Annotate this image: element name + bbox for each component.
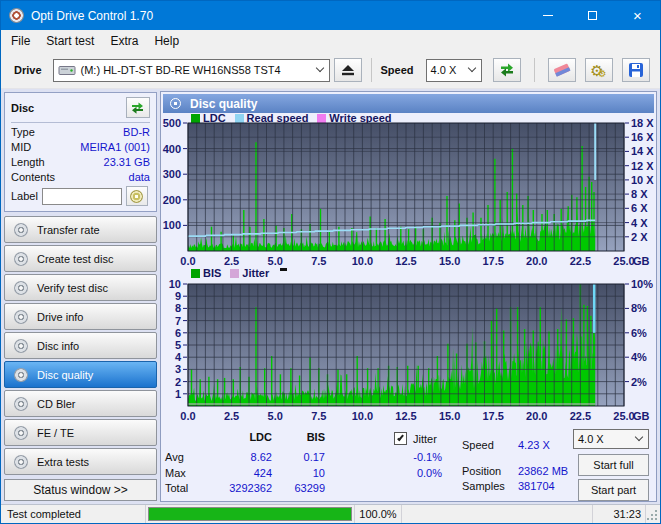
maximize-icon xyxy=(588,11,597,20)
sidebar-item-disc-quality[interactable]: Disc quality xyxy=(4,361,157,388)
disc-icon xyxy=(14,426,28,440)
jitter-checkbox[interactable] xyxy=(394,432,407,445)
samples-stat-label: Samples xyxy=(462,480,505,492)
svg-text:300: 300 xyxy=(163,168,181,180)
svg-text:25.0: 25.0 xyxy=(613,410,634,422)
close-button[interactable]: × xyxy=(615,1,660,30)
minimize-icon xyxy=(543,15,553,16)
svg-text:9: 9 xyxy=(175,290,181,302)
speed-select[interactable]: 4.0 X xyxy=(426,59,482,82)
sidebar-item-verify-test-disc[interactable]: Verify test disc xyxy=(4,274,157,301)
menu-file[interactable]: File xyxy=(1,30,38,52)
disc-contents-label: Contents xyxy=(11,171,55,183)
sidebar: Disc TypeBD-R MIDMEIRA1 (001) Length23.3… xyxy=(1,89,160,504)
svg-text:20.0: 20.0 xyxy=(526,255,547,267)
disc-icon xyxy=(14,455,28,469)
drive-icon xyxy=(58,64,76,76)
disc-label-label: Label xyxy=(11,190,38,202)
resize-grip[interactable] xyxy=(646,505,660,523)
save-button[interactable] xyxy=(622,58,650,82)
refresh-arrows-icon xyxy=(499,63,515,77)
menu-help[interactable]: Help xyxy=(146,30,187,52)
bis-swatch xyxy=(191,269,200,278)
svg-text:20.0: 20.0 xyxy=(526,410,547,422)
svg-text:15.0: 15.0 xyxy=(439,410,460,422)
sidebar-item-drive-info[interactable]: Drive info xyxy=(4,303,157,330)
jitter-legend-label: Jitter xyxy=(242,267,269,279)
start-full-button[interactable]: Start full xyxy=(578,454,649,476)
disc-length-label: Length xyxy=(11,156,45,168)
disc-type-value: BD-R xyxy=(123,126,150,138)
status-window-button[interactable]: Status window >> xyxy=(4,479,157,501)
disc-panel-title: Disc xyxy=(11,102,34,114)
jitter-swatch xyxy=(230,269,239,278)
close-icon: × xyxy=(633,8,642,23)
ldc-read-speed-chart: 1002003004005002 X4 X6 X8 X10 X12 X14 X1… xyxy=(161,117,657,267)
svg-text:0.0: 0.0 xyxy=(180,255,195,267)
svg-text:7: 7 xyxy=(175,315,181,327)
svg-text:17.5: 17.5 xyxy=(482,410,503,422)
refresh-button[interactable] xyxy=(493,58,521,82)
drive-select[interactable]: (M:) HL-DT-ST BD-RE WH16NS58 TST4 xyxy=(53,59,330,82)
bis-jitter-chart: 123456789102%4%6%8%10%0.02.55.07.510.012… xyxy=(161,280,657,424)
svg-text:10: 10 xyxy=(169,280,181,290)
disc-length-value: 23.31 GB xyxy=(104,156,150,168)
maximize-button[interactable] xyxy=(570,1,615,30)
disc-icon xyxy=(170,98,181,109)
page-title-bar: Disc quality xyxy=(163,94,654,113)
floppy-save-icon xyxy=(628,62,644,78)
svg-text:1: 1 xyxy=(175,388,181,400)
check-icon xyxy=(397,434,404,441)
svg-text:10.0: 10.0 xyxy=(352,255,373,267)
samples-stat-value: 381704 xyxy=(518,480,555,492)
svg-text:7.5: 7.5 xyxy=(311,255,326,267)
progress-bar xyxy=(148,507,352,521)
drive-value: (M:) HL-DT-ST BD-RE WH16NS58 TST4 xyxy=(81,64,281,76)
statusbar-spacer xyxy=(402,505,593,523)
progress-cell xyxy=(146,505,355,523)
bis-total-value: 63299 xyxy=(275,482,325,494)
speed-value: 4.0 X xyxy=(431,64,457,76)
eject-button[interactable] xyxy=(334,58,362,82)
avg-row-label: Avg xyxy=(165,451,184,463)
sidebar-item-fe-te[interactable]: FE / TE xyxy=(4,419,157,446)
svg-text:6%: 6% xyxy=(631,327,647,339)
sidebar-item-extra-tests[interactable]: Extra tests xyxy=(4,448,157,475)
sidebar-item-create-test-disc[interactable]: Create test disc xyxy=(4,245,157,272)
disc-contents-link[interactable]: data xyxy=(129,171,150,183)
disc-refresh-button[interactable] xyxy=(126,97,150,118)
write-label-button[interactable] xyxy=(126,186,148,206)
chevron-down-icon xyxy=(315,64,323,72)
main-panel: Disc quality LDC Read speed Write speed … xyxy=(160,91,657,502)
gears-icon: ⚙ xyxy=(598,66,607,81)
chevron-down-icon xyxy=(467,64,475,72)
erase-button[interactable] xyxy=(548,58,576,82)
ldc-max-value: 424 xyxy=(216,467,272,479)
ldc-avg-value: 8.62 xyxy=(216,451,272,463)
refresh-arrows-icon xyxy=(131,102,145,114)
chevron-down-icon xyxy=(635,433,643,441)
minimize-button[interactable] xyxy=(525,1,570,30)
disc-icon xyxy=(14,310,28,324)
disc-label-input[interactable] xyxy=(42,188,122,205)
start-part-button[interactable]: Start part xyxy=(578,479,649,501)
sidebar-item-transfer-rate[interactable]: Transfer rate xyxy=(4,216,157,243)
menu-start-test[interactable]: Start test xyxy=(38,30,102,52)
cd-icon xyxy=(130,190,143,203)
svg-text:100: 100 xyxy=(163,219,181,231)
position-stat-value: 23862 MB xyxy=(518,465,568,477)
test-speed-select[interactable]: 4.0 X xyxy=(573,429,649,449)
sidebar-item-disc-info[interactable]: Disc info xyxy=(4,332,157,359)
svg-text:GB: GB xyxy=(633,255,650,267)
svg-text:10%: 10% xyxy=(631,280,653,290)
svg-text:10.0: 10.0 xyxy=(352,410,373,422)
elapsed-time: 31:23 xyxy=(593,505,646,523)
sidebar-item-cd-bler[interactable]: CD Bler xyxy=(4,390,157,417)
settings-button[interactable]: ⚙⚙ xyxy=(585,58,613,82)
menu-extra[interactable]: Extra xyxy=(102,30,146,52)
svg-text:25.0: 25.0 xyxy=(613,255,634,267)
svg-text:6: 6 xyxy=(175,327,181,339)
chart2-legend: BIS Jitter xyxy=(191,267,287,279)
jitter-avg-value: -0.1% xyxy=(382,451,442,463)
svg-text:2%: 2% xyxy=(631,376,647,388)
